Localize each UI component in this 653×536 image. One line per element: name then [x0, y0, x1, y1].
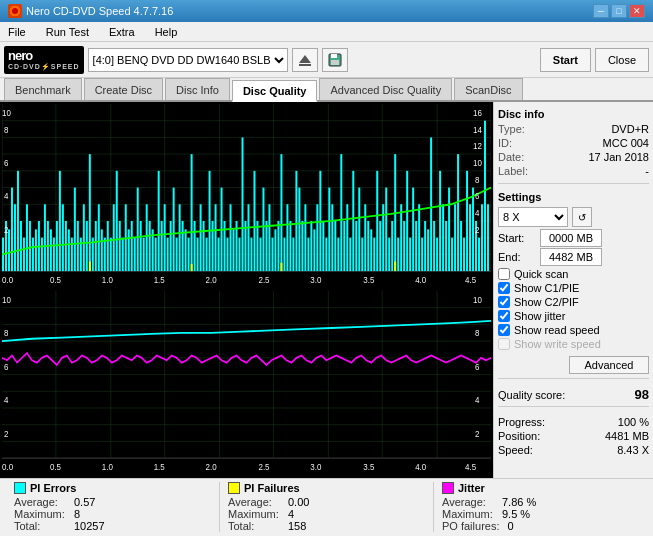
svg-rect-116 — [265, 221, 267, 271]
start-mb-input[interactable] — [540, 229, 602, 247]
close-button[interactable]: ✕ — [629, 4, 645, 18]
end-mb-input[interactable] — [540, 248, 602, 266]
app-icon — [8, 4, 22, 18]
jitter-max-label: Maximum: — [442, 508, 494, 520]
jitter-checkbox[interactable] — [498, 310, 510, 322]
c2pif-checkbox[interactable] — [498, 296, 510, 308]
maximize-button[interactable]: □ — [611, 4, 627, 18]
divider1 — [498, 183, 649, 184]
svg-text:1.5: 1.5 — [154, 274, 165, 285]
minimize-button[interactable]: ─ — [593, 4, 609, 18]
position-label: Position: — [498, 430, 540, 442]
svg-rect-93 — [197, 238, 199, 271]
svg-rect-35 — [23, 238, 25, 271]
stat-jitter: Jitter Average: 7.86 % Maximum: 9.5 % PO… — [434, 482, 647, 532]
c2pif-row: Show C2/PIF — [498, 295, 649, 309]
pi-errors-total-value: 10257 — [74, 520, 105, 532]
tab-create-disc[interactable]: Create Disc — [84, 78, 163, 100]
svg-rect-92 — [194, 221, 196, 271]
menu-file[interactable]: File — [4, 24, 30, 40]
svg-rect-52 — [74, 188, 76, 272]
svg-rect-85 — [173, 188, 175, 272]
jitter-label: Show jitter — [514, 310, 565, 322]
close-app-button[interactable]: Close — [595, 48, 649, 72]
svg-rect-114 — [259, 238, 261, 271]
svg-rect-132 — [313, 229, 315, 271]
svg-rect-74 — [140, 221, 142, 271]
eject-button[interactable] — [292, 48, 318, 72]
svg-text:12: 12 — [473, 141, 482, 152]
svg-rect-118 — [271, 238, 273, 271]
titlebar-left: Nero CD-DVD Speed 4.7.7.16 — [8, 4, 173, 18]
divider2 — [498, 378, 649, 379]
svg-rect-148 — [361, 238, 363, 271]
jitter-row: Show jitter — [498, 309, 649, 323]
svg-rect-122 — [283, 238, 285, 271]
tab-disc-quality[interactable]: Disc Quality — [232, 80, 318, 102]
svg-rect-170 — [427, 229, 429, 271]
svg-rect-145 — [352, 171, 354, 271]
disc-date-value: 17 Jan 2018 — [588, 151, 649, 163]
quick-scan-checkbox[interactable] — [498, 268, 510, 280]
disc-id-value: MCC 004 — [603, 137, 649, 149]
settings-section: Settings 8 X Max 1 X 2 X 4 X ↺ Start: — [498, 189, 649, 374]
svg-rect-151 — [370, 229, 372, 271]
svg-rect-152 — [373, 238, 375, 271]
jitter-max-value: 9.5 % — [502, 508, 530, 520]
svg-rect-174 — [439, 171, 441, 271]
svg-text:4: 4 — [475, 395, 480, 406]
drive-selector[interactable]: [4:0] BENQ DVD DD DW1640 BSLB — [88, 48, 288, 72]
svg-rect-5 — [331, 54, 337, 58]
svg-point-1 — [12, 8, 18, 14]
svg-rect-103 — [227, 238, 229, 271]
svg-rect-108 — [242, 137, 244, 271]
svg-text:6: 6 — [4, 361, 9, 372]
tab-benchmark[interactable]: Benchmark — [4, 78, 82, 100]
menu-help[interactable]: Help — [151, 24, 182, 40]
toolbar: nero CD·DVD⚡SPEED [4:0] BENQ DVD DD DW16… — [0, 42, 653, 78]
write-speed-checkbox[interactable] — [498, 338, 510, 350]
svg-rect-30 — [8, 229, 10, 271]
svg-rect-140 — [337, 238, 339, 271]
quality-label: Quality score: — [498, 389, 565, 401]
svg-rect-194 — [394, 262, 396, 272]
write-speed-row: Show write speed — [498, 337, 649, 351]
speed-refresh-icon[interactable]: ↺ — [572, 207, 592, 227]
svg-text:3.5: 3.5 — [363, 461, 374, 472]
svg-rect-48 — [62, 204, 64, 271]
svg-rect-3 — [299, 64, 311, 66]
pi-errors-title: PI Errors — [30, 482, 76, 494]
svg-rect-34 — [20, 221, 22, 271]
start-button[interactable]: Start — [540, 48, 591, 72]
speed-selector[interactable]: 8 X Max 1 X 2 X 4 X — [498, 207, 568, 227]
speed-progress-row: Speed: 8.43 X — [498, 443, 649, 457]
svg-rect-51 — [71, 238, 73, 271]
svg-text:4: 4 — [4, 191, 9, 202]
advanced-button[interactable]: Advanced — [569, 356, 649, 374]
svg-rect-177 — [448, 188, 450, 272]
svg-rect-167 — [418, 204, 420, 271]
read-speed-checkbox[interactable] — [498, 324, 510, 336]
svg-rect-77 — [149, 221, 151, 271]
tab-disc-info[interactable]: Disc Info — [165, 78, 230, 100]
svg-rect-180 — [457, 154, 459, 271]
progress-section: Progress: 100 % Position: 4481 MB Speed:… — [498, 415, 649, 457]
menu-run-test[interactable]: Run Test — [42, 24, 93, 40]
svg-rect-36 — [26, 204, 28, 271]
svg-rect-131 — [310, 221, 312, 271]
menubar: File Run Test Extra Help — [0, 22, 653, 42]
pi-failures-color — [228, 482, 240, 494]
charts-column: // Will generate bars via JS after rende… — [0, 102, 493, 478]
c1pie-checkbox[interactable] — [498, 282, 510, 294]
progress-value: 100 % — [618, 416, 649, 428]
read-speed-row: Show read speed — [498, 323, 649, 337]
disc-label-row: Label: - — [498, 164, 649, 178]
svg-rect-41 — [41, 238, 43, 271]
tab-scandisc[interactable]: ScanDisc — [454, 78, 522, 100]
menu-extra[interactable]: Extra — [105, 24, 139, 40]
svg-rect-79 — [155, 238, 157, 271]
position-row: Position: 4481 MB — [498, 429, 649, 443]
tab-advanced-disc-quality[interactable]: Advanced Disc Quality — [319, 78, 452, 100]
svg-text:10: 10 — [473, 294, 482, 305]
save-button[interactable] — [322, 48, 348, 72]
